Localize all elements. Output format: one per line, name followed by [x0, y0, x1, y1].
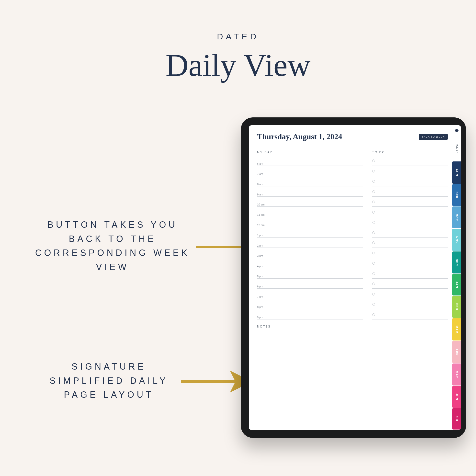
todo-row[interactable]	[372, 309, 448, 320]
month-tabs: ✺ 24-25AUGSEPOCTNOVDECJANFEBMARAPRMAYJUN…	[452, 125, 461, 430]
todo-row[interactable]	[372, 176, 448, 187]
todo-row[interactable]	[372, 238, 448, 248]
my-day-heading: MY DAY	[257, 148, 363, 155]
todo-row[interactable]	[372, 187, 448, 197]
tab-may[interactable]: MAY	[452, 363, 461, 386]
hour-row[interactable]: 4 pm	[257, 258, 363, 268]
hour-row[interactable]: 9 pm	[257, 309, 363, 320]
todo-row[interactable]	[372, 207, 448, 217]
back-to-week-button[interactable]: BACK TO WEEK	[419, 134, 448, 140]
hour-row[interactable]: 12 pm	[257, 217, 363, 227]
notes-heading: NOTES	[257, 325, 448, 328]
tab-aug[interactable]: AUG	[452, 161, 461, 184]
title-eyebrow: DATED	[0, 32, 476, 41]
todo-column: TO DO	[368, 148, 448, 320]
todo-row[interactable]	[372, 197, 448, 207]
todo-row[interactable]	[372, 155, 448, 166]
hour-row[interactable]: 2 pm	[257, 238, 363, 248]
hour-row[interactable]: 3 pm	[257, 248, 363, 258]
todo-row[interactable]	[372, 258, 448, 268]
tab-logo[interactable]: ✺	[452, 125, 461, 136]
hour-row[interactable]: 7 pm	[257, 289, 363, 299]
hour-row[interactable]: 5 pm	[257, 268, 363, 279]
tab-jan[interactable]: JAN	[452, 274, 461, 295]
title-block: DATED Daily View	[0, 32, 476, 84]
tab-oct[interactable]: OCT	[452, 206, 461, 228]
todo-row[interactable]	[372, 227, 448, 238]
tab-2425[interactable]: 24-25	[452, 137, 461, 161]
tab-nov[interactable]: NOV	[452, 229, 461, 251]
todo-row[interactable]	[372, 279, 448, 289]
hour-row[interactable]: 8 am	[257, 176, 363, 187]
my-day-column: MY DAY 6 am7 am8 am9 am10 am11 am12 pm1 …	[257, 148, 368, 320]
tab-mar[interactable]: MAR	[452, 318, 461, 341]
title-headline: Daily View	[0, 47, 476, 84]
hour-row[interactable]: 7 am	[257, 166, 363, 176]
tab-apr[interactable]: APR	[452, 341, 461, 363]
todo-heading: TO DO	[372, 148, 448, 155]
tab-jun[interactable]: JUN	[452, 386, 461, 408]
hour-row[interactable]: 8 pm	[257, 299, 363, 309]
hour-row[interactable]: 10 am	[257, 197, 363, 207]
notes-bottom-rule	[257, 420, 448, 420]
todo-row[interactable]	[372, 289, 448, 299]
todo-row[interactable]	[372, 268, 448, 279]
hour-row[interactable]: 6 am	[257, 155, 363, 166]
tab-jul[interactable]: JUL	[452, 408, 461, 429]
columns: MY DAY 6 am7 am8 am9 am10 am11 am12 pm1 …	[257, 148, 448, 320]
todo-row[interactable]	[372, 248, 448, 258]
planner-page: Thursday, August 1, 2024 BACK TO WEEK MY…	[257, 132, 448, 423]
hour-row[interactable]: 1 pm	[257, 227, 363, 238]
hour-row[interactable]: 6 pm	[257, 279, 363, 289]
divider	[257, 146, 448, 146]
tablet-frame: ✺ 24-25AUGSEPOCTNOVDECJANFEBMARAPRMAYJUN…	[241, 118, 466, 438]
callout-back-button: BUTTON TAKES YOU BACK TO THE CORRESPONDI…	[34, 218, 191, 274]
tab-dec[interactable]: DEC	[452, 252, 461, 273]
hour-row[interactable]: 9 am	[257, 187, 363, 197]
tab-feb[interactable]: FEB	[452, 296, 461, 318]
tab-sep[interactable]: SEP	[452, 184, 461, 206]
tablet-screen: ✺ 24-25AUGSEPOCTNOVDECJANFEBMARAPRMAYJUN…	[249, 125, 461, 430]
callout-layout: SIGNATURE SIMPLIFIED DAILY PAGE LAYOUT	[43, 359, 175, 402]
hour-row[interactable]: 11 am	[257, 207, 363, 217]
todo-row[interactable]	[372, 166, 448, 176]
todo-row[interactable]	[372, 299, 448, 309]
todo-row[interactable]	[372, 217, 448, 227]
